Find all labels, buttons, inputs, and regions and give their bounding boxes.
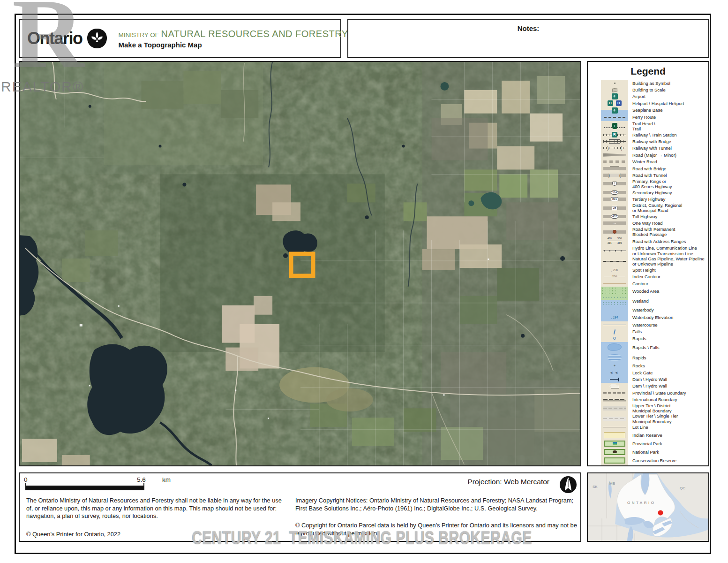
legend-symbol xyxy=(601,152,628,158)
legend-item-label: Seaplane Base xyxy=(632,107,662,114)
legend-item: Hydro Line, Communication Line or Unknow… xyxy=(601,245,708,256)
legend-symbol xyxy=(601,456,628,464)
legend-symbol: 524 xyxy=(601,189,628,196)
legend-symbol xyxy=(601,131,628,138)
legend-symbol xyxy=(601,321,628,328)
legend-item-label: Road with Address Ranges xyxy=(632,237,686,245)
legend-item: Dam \ Hydro Wall xyxy=(601,383,708,389)
scale-unit-label: km xyxy=(162,476,171,483)
legend-item-label: Waterbody Elevation xyxy=(632,313,673,321)
legend-item-label: Falls xyxy=(632,328,642,335)
scale-start-label: 0 xyxy=(24,476,28,483)
legend-symbol: 801 xyxy=(601,196,628,203)
legend-item-label: Watercourse xyxy=(632,321,658,328)
legend-item-label: Trail Head \ Trail xyxy=(632,121,655,131)
legend-symbol xyxy=(601,413,628,424)
legend-item-label: Railway with Bridge xyxy=(632,138,671,145)
legend-item: Rapids xyxy=(601,335,708,342)
legend-item: International Boundary xyxy=(601,396,708,403)
legend-symbol-badge: 7 xyxy=(612,182,616,186)
legend-symbol xyxy=(601,439,628,448)
legend-item-label: International Boundary xyxy=(632,396,677,403)
legend-item-label: Primary, Kings or 400 Series Highway xyxy=(632,179,672,189)
legend-item: 801 Tertiary Highway xyxy=(601,196,708,203)
legend-symbol xyxy=(601,121,628,131)
legend-symbol: 7 xyxy=(601,179,628,189)
legend-item: Natural Gas Pipeline, Water Pipeline or … xyxy=(601,256,708,266)
legend-symbol: , 184 xyxy=(601,313,628,321)
legend-item: Lower Tier \ Single Tier Municipal Bound… xyxy=(601,413,708,424)
legend-symbol xyxy=(601,256,628,266)
legend-item-label: National Park xyxy=(632,448,659,456)
legend-item: Railway with Tunnel xyxy=(601,145,708,152)
legend-symbol xyxy=(601,287,628,296)
inset-label-qc: QC xyxy=(680,486,685,490)
legend-symbol-badge: 28 xyxy=(612,206,618,210)
map-box xyxy=(19,61,581,466)
legend-item-label: Road (Major → Minor) xyxy=(632,152,676,158)
inset-region-label: ONTARIO xyxy=(627,501,655,505)
legend-item: Dam \ Hydro Wall xyxy=(601,376,708,382)
page-title: Make a Topographic Map xyxy=(119,41,348,49)
projection-label: Projection: Web Mercator xyxy=(467,478,549,486)
legend-item-label: Rapids \ Falls xyxy=(632,342,660,353)
legend-symbol xyxy=(601,464,628,466)
legend-symbol xyxy=(601,369,628,376)
legend-item: Airport xyxy=(601,93,708,100)
legend-item: Rapids xyxy=(601,353,708,363)
legend-item: Waterbody xyxy=(601,306,708,313)
legend-item: Road with Bridge xyxy=(601,165,708,172)
notes-box: Notes: xyxy=(347,19,709,58)
legend-symbol-badge: 801 xyxy=(611,197,618,201)
legend-symbol: → xyxy=(601,220,628,227)
legend-symbol-badge: 524 xyxy=(611,190,618,195)
legend-item: , 236 Spot Height xyxy=(601,266,708,273)
legend-symbol xyxy=(601,342,628,353)
legend-item: Winter Road xyxy=(601,159,708,165)
ontario-wordmark: Ontario xyxy=(27,29,83,48)
legend-item-label: Road with Tunnel xyxy=(632,172,667,178)
legend-symbol: , 236 xyxy=(601,266,628,273)
legend-item-label: Spot Height xyxy=(632,266,656,273)
scale-end-label: 5.6 xyxy=(137,476,146,483)
legend-item-label: One Way Road xyxy=(632,220,663,227)
legend-item: Provincial Park xyxy=(601,439,708,448)
legend-box: Legend Building as Symbol Building to Sc… xyxy=(587,61,709,466)
legend-symbol xyxy=(601,424,628,431)
ministry-name: NATURAL RESOURCES AND FORESTRY xyxy=(161,29,348,39)
scale-bar-rule xyxy=(25,486,144,490)
legend-item-label: Lot Line xyxy=(632,424,648,431)
legend-symbol xyxy=(601,245,628,256)
legend-symbol xyxy=(601,100,628,107)
legend-item-label: Road with Permanent Blocked Passage xyxy=(632,227,675,237)
legend-item-label: District, County, Regional or Municipal … xyxy=(632,203,682,213)
legend-item: Indian Reserve xyxy=(601,431,708,439)
legend-symbol xyxy=(601,396,628,403)
legend-symbol-badge2: 421 499 xyxy=(608,241,622,245)
legend-symbol xyxy=(601,227,628,237)
imagery-copyright-text: Imagery Copyright Notices: Ontario Minis… xyxy=(295,497,577,512)
legend-item: Military Lands xyxy=(601,464,708,466)
legend-item-label: Secondary Highway xyxy=(632,189,672,196)
ministry-prefix: MINISTRY OF xyxy=(119,31,159,38)
legend-symbol xyxy=(601,335,628,342)
legend-symbol xyxy=(601,389,628,396)
legend-item-label: Military Lands xyxy=(632,464,660,466)
legend-item: Rapids \ Falls xyxy=(601,342,708,353)
legend-item-label: Railway with Tunnel xyxy=(632,145,672,152)
legend-item-label: Road with Bridge xyxy=(632,165,666,172)
legend-item: , 184 Waterbody Elevation xyxy=(601,313,708,321)
legend-symbol xyxy=(601,280,628,287)
legend-item: 206 Index Contour xyxy=(601,274,708,280)
disclaimer-text: The Ontario Ministry of Natural Resource… xyxy=(26,497,289,520)
legend-item: Ferry Route xyxy=(601,114,708,121)
legend-item: Road (Major → Minor) xyxy=(601,152,708,158)
legend-item-label: Indian Reserve xyxy=(632,431,662,439)
legend-item: Conservation Reserve xyxy=(601,456,708,464)
legend-item: Heliport \ Hospital Heliport xyxy=(601,100,708,107)
header-box: Ontario MINISTRY OF NATURAL RESOURCES AN… xyxy=(19,19,341,58)
legend-item: 28 District, County, Regional or Municip… xyxy=(601,203,708,213)
legend-symbol xyxy=(601,138,628,145)
legend-item: 407 Toll Highway xyxy=(601,213,708,220)
legend-item-label: Railway \ Train Station xyxy=(632,131,677,138)
